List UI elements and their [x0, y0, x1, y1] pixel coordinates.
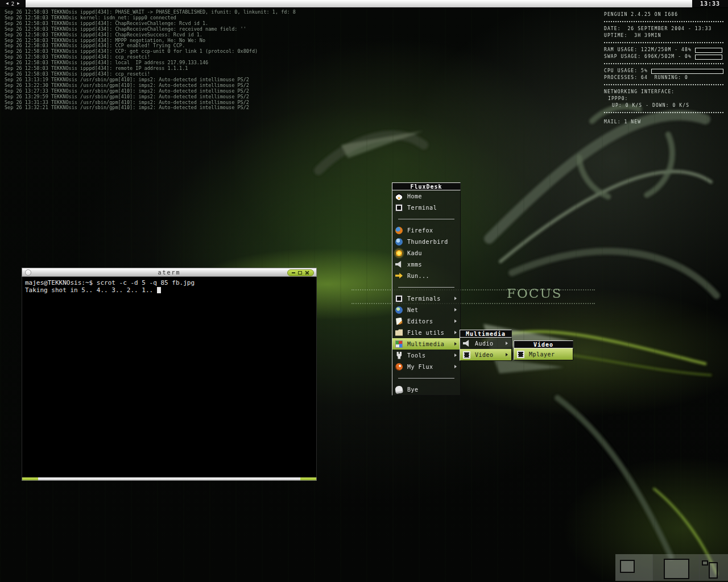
submenu-body: Audio Video [460, 338, 512, 361]
date-line: DATE: 26 SEPTEMBER 2004 - 13:33 [604, 26, 723, 32]
pager-tile[interactable] [615, 554, 653, 581]
submenu-body: Mplayer [514, 348, 573, 360]
terminal-prompt-line: majes@TEKKNOsis:~$ scrot -c -d 5 -q 85 f… [25, 279, 313, 286]
menu-item-home[interactable]: Home [392, 190, 460, 202]
prev-workspace-arrow-icon[interactable]: ◀ [6, 2, 9, 6]
window-buttons [287, 269, 314, 276]
speaker-icon [463, 340, 470, 347]
toolbar-clock: 13:33 [692, 0, 728, 7]
divider [604, 21, 723, 22]
next-workspace-arrow-icon[interactable]: ▶ [17, 2, 19, 6]
menu-item-xmms[interactable]: xmms [392, 259, 460, 270]
menu-separator [392, 372, 460, 384]
slit-pager [615, 554, 728, 581]
ram-usage-bar [695, 48, 722, 53]
arrow-icon [395, 272, 403, 280]
log-line: Sep 26 13:29:59 TEKKNOsis /usr/sbin/gpm[… [5, 94, 296, 100]
wallpaper-dotted-line [351, 303, 595, 304]
menu-item-my-flux[interactable]: My Flux [392, 361, 460, 372]
network-interface: IPPP0: [604, 95, 723, 102]
pager-tile[interactable] [653, 554, 700, 581]
resize-grip-left[interactable] [22, 477, 38, 480]
menu-body: Home Terminal Firefox Thunderbird Kadu x… [392, 190, 461, 396]
pager-window-outline[interactable] [709, 562, 718, 579]
submenu-arrow-icon [506, 353, 508, 356]
globe-icon [395, 306, 403, 314]
film-icon [517, 351, 524, 358]
cpu-usage-bar [651, 69, 723, 74]
menu-item-tools[interactable]: Tools [392, 350, 460, 361]
submenu-arrow-icon [454, 354, 457, 357]
aterm-titlebar[interactable]: aterm [22, 268, 317, 277]
submenu-title: Video [514, 340, 573, 348]
menu-item-bye[interactable]: Bye [392, 384, 460, 395]
window-menu-button[interactable] [25, 269, 31, 276]
maximize-icon[interactable] [298, 271, 302, 275]
hand-icon [395, 385, 403, 394]
submenu-arrow-icon [454, 331, 457, 334]
menu-item-editors[interactable]: Editors [392, 315, 460, 327]
minimize-icon[interactable] [292, 272, 295, 273]
resize-grip-right[interactable] [300, 477, 316, 480]
root-console-log: Sep 26 12:58:03 TEKKNOsis ipppd[434]: PH… [5, 10, 296, 111]
terminal-screen[interactable]: majes@TEKKNOsis:~$ scrot -c -d 5 -q 85 f… [22, 277, 317, 477]
thunderbird-icon [395, 238, 403, 246]
tux-icon [395, 193, 403, 200]
submenu-arrow-icon [454, 308, 457, 311]
multimedia-submenu: Multimedia Audio Video [460, 330, 512, 361]
divider [604, 42, 723, 43]
menu-item-run[interactable]: Run... [392, 270, 460, 281]
folder-icon [395, 329, 403, 336]
firefox-icon [395, 227, 403, 234]
mail-line: MAIL: 1 NEW [604, 119, 723, 126]
resize-bar-middle[interactable] [38, 477, 300, 480]
tools-icon [395, 352, 403, 359]
sun-icon [395, 250, 403, 257]
grid-icon [395, 340, 403, 348]
submenu-arrow-icon [506, 342, 508, 345]
menu-item-net[interactable]: Net [392, 304, 460, 315]
video-submenu: Video Mplayer [514, 340, 573, 360]
menu-item-terminal[interactable]: Terminal [392, 202, 460, 213]
menu-item-mplayer[interactable]: Mplayer [514, 348, 573, 360]
divider [604, 112, 723, 113]
close-icon[interactable] [305, 271, 309, 275]
network-header: NETWORKING INTERFACE: [604, 89, 723, 95]
submenu-arrow-icon [454, 297, 457, 300]
menu-item-thunderbird[interactable]: Thunderbird [392, 236, 460, 247]
menu-title: FluxDesk [392, 182, 461, 190]
toolbar-iconbar[interactable] [26, 0, 692, 7]
pager-window-outline[interactable] [664, 559, 689, 579]
menu-item-file-utils[interactable]: File utils [392, 327, 460, 338]
submenu-arrow-icon [454, 319, 457, 323]
swap-usage-bar [695, 55, 722, 60]
fluxbox-toolbar: ◀ 2 ▶ 13:33 [0, 0, 728, 8]
swap-usage-text: SWAP USAGE: 696K/502M - 0% [604, 53, 692, 60]
system-monitor: PENGUIN 2.4.25 ON I686 DATE: 26 SEPTEMBE… [604, 11, 723, 126]
pager-window-outline[interactable] [620, 560, 635, 573]
menu-item-terminals[interactable]: Terminals [392, 293, 460, 304]
submenu-arrow-icon [454, 342, 457, 346]
menu-separator [392, 213, 460, 225]
kernel-line: PENGUIN 2.4.25 ON I686 [604, 11, 723, 18]
pager-tile[interactable] [700, 554, 728, 581]
submenu-title: Multimedia [460, 330, 512, 338]
ram-usage-text: RAM USAGE: 122M/250M - 48% [604, 47, 692, 53]
divider [604, 84, 723, 85]
film-icon [463, 351, 470, 359]
menu-item-multimedia[interactable]: Multimedia [392, 338, 460, 350]
aterm-window: aterm majes@TEKKNOsis:~$ scrot -c -d 5 -… [22, 268, 317, 481]
menu-item-firefox[interactable]: Firefox [392, 225, 460, 236]
flux-icon [395, 363, 403, 371]
menu-item-video[interactable]: Video [460, 349, 511, 360]
menu-item-audio[interactable]: Audio [460, 338, 511, 349]
menu-item-kadu[interactable]: Kadu [392, 247, 460, 259]
terminal-output-line: Taking shot in 5.. 4.. 3.. 2.. 1.. [25, 286, 313, 294]
menu-separator [392, 281, 460, 293]
terminal-cursor [157, 287, 161, 293]
terminal-icon [395, 295, 403, 302]
submenu-arrow-icon [454, 365, 457, 368]
terminal-icon [395, 204, 403, 211]
pager-window-outline[interactable] [702, 560, 708, 566]
log-line: Sep 26 13:32:21 TEKKNOsis /usr/sbin/gpm[… [5, 105, 296, 111]
